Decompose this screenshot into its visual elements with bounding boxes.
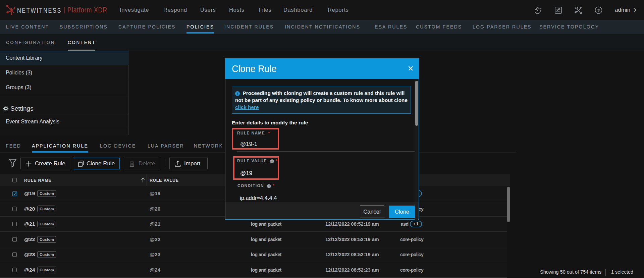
svg-text:?: ?	[597, 8, 600, 13]
